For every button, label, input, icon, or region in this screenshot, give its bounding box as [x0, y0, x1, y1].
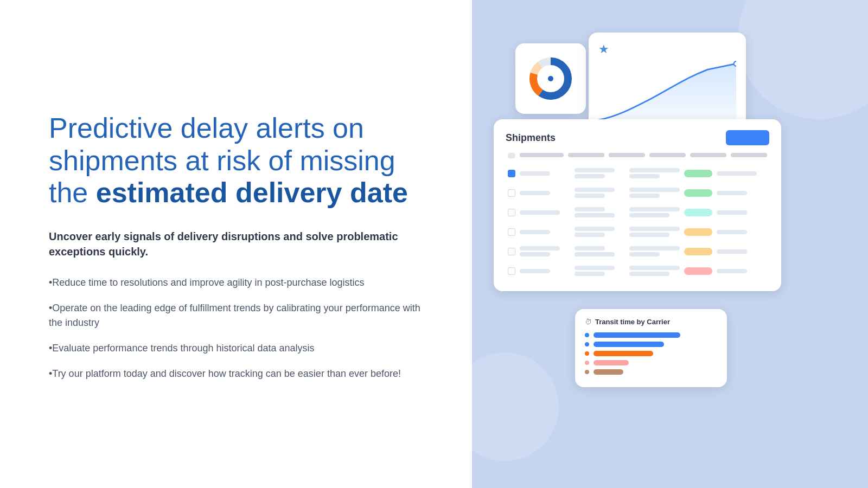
bar-track: [593, 342, 664, 347]
shipments-card: Shipments: [494, 119, 781, 291]
star-icon: ★: [598, 42, 609, 56]
status-badge: [684, 170, 712, 177]
status-badge: [684, 189, 712, 197]
status-badge: [684, 248, 712, 255]
row-checkbox[interactable]: [508, 209, 515, 216]
status-badge: [684, 267, 712, 275]
table-header-row: [506, 153, 769, 158]
status-badge: [684, 209, 712, 216]
bar-row-3: [585, 351, 717, 356]
donut-chart: [526, 54, 575, 103]
bar-dot: [585, 361, 589, 365]
transit-title: Transit time by Carrier: [595, 318, 670, 326]
bar-row-1: [585, 332, 717, 338]
bar-track: [593, 351, 653, 356]
row-col-2: [575, 168, 625, 178]
bar-row-4: [585, 360, 717, 365]
left-panel: Predictive delay alerts on shipments at …: [0, 0, 472, 488]
row-checkbox[interactable]: [508, 248, 515, 255]
table-row: [506, 164, 769, 183]
bar-row-5: [585, 369, 717, 375]
row-checkbox[interactable]: [508, 170, 515, 177]
transit-header: ⏱ Transit time by Carrier: [585, 318, 717, 326]
row-col-5: [717, 171, 767, 176]
bullet-2: •Operate on the leading edge of fulfillm…: [49, 301, 429, 330]
table-row: [506, 203, 769, 222]
table-row: [506, 242, 769, 261]
status-badge: [684, 228, 712, 236]
donut-card: [515, 43, 586, 114]
clock-icon: ⏱: [585, 318, 592, 326]
bar-track: [593, 360, 629, 365]
shipments-title: Shipments: [506, 132, 556, 144]
row-col-1: [520, 171, 570, 176]
shipments-header: Shipments: [506, 130, 769, 145]
row-checkbox[interactable]: [508, 267, 515, 275]
bar-track: [593, 369, 623, 375]
row-col-3: [629, 168, 680, 178]
main-title: Predictive delay alerts on shipments at …: [49, 112, 429, 209]
row-checkbox[interactable]: [508, 228, 515, 236]
bg-circle-1: [738, 0, 868, 119]
bullet-list: •Reduce time to resolutions and improve …: [49, 275, 429, 381]
main-title-bold: estimated delivery date: [96, 177, 408, 208]
transit-card: ⏱ Transit time by Carrier: [575, 309, 727, 387]
bar-row-2: [585, 342, 717, 347]
bar-track: [593, 332, 680, 338]
shipments-button[interactable]: [726, 130, 769, 145]
table-row: [506, 222, 769, 242]
bullet-3: •Evaluate performance trends through his…: [49, 341, 429, 356]
bar-dot: [585, 342, 589, 346]
right-panel: ★ Shipments: [472, 0, 868, 488]
table-row: [506, 183, 769, 203]
row-checkbox[interactable]: [508, 189, 515, 197]
subtitle: Uncover early signals of delivery disrup…: [49, 229, 429, 259]
bullet-4: •Try our platform today and discover how…: [49, 367, 429, 381]
bar-dot: [585, 333, 589, 337]
svg-point-5: [548, 76, 553, 81]
bg-circle-2: [472, 352, 559, 461]
bar-dot: [585, 370, 589, 374]
bar-dot: [585, 351, 589, 356]
table-row: [506, 261, 769, 280]
bullet-1: •Reduce time to resolutions and improve …: [49, 275, 429, 290]
